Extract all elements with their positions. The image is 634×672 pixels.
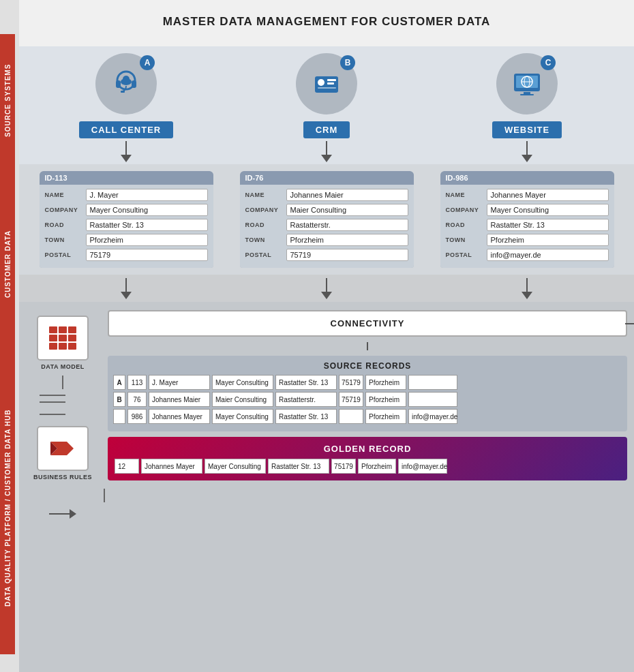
call-center-icon-circle: A bbox=[95, 53, 157, 114]
card-row-road-a: ROAD Rastatter Str. 13 bbox=[45, 219, 208, 231]
gr-id: 12 bbox=[115, 459, 139, 474]
data-model-label: DATA MODEL bbox=[41, 363, 84, 370]
crm-icon bbox=[310, 67, 344, 101]
svg-rect-22 bbox=[59, 335, 67, 341]
svg-rect-1 bbox=[116, 80, 121, 88]
arrow-customer-b-down bbox=[321, 278, 332, 299]
svg-point-4 bbox=[121, 78, 132, 85]
sr-extra-b bbox=[408, 392, 457, 407]
sr-extra-c: info@mayer.de bbox=[408, 409, 457, 424]
connectivity-box: CONNECTIVITY bbox=[108, 310, 627, 337]
sr-name-b: Johannes Maier bbox=[149, 392, 210, 407]
card-row-company-b: COMPANY Maier Consulting bbox=[245, 204, 408, 216]
branch-line-mid bbox=[40, 401, 65, 403]
card-row-town-b: TOWN Pforzheim bbox=[245, 234, 408, 246]
golden-record-row: 12 Johannes Mayer Mayer Consulting Rasta… bbox=[115, 459, 620, 474]
source-badge-b: B bbox=[340, 55, 355, 70]
svg-rect-24 bbox=[49, 343, 57, 350]
source-crm: B CRM bbox=[258, 53, 395, 138]
sr-road-a: Rastatter Str. 13 bbox=[275, 375, 337, 390]
crm-icon-circle: B bbox=[296, 53, 357, 114]
arrow-source-b-down bbox=[321, 141, 332, 162]
conn-to-records-line bbox=[367, 342, 368, 350]
card-row-company-c: COMPANY Mayer Consulting bbox=[446, 204, 609, 216]
card-row-name-a: NAME J. Mayer bbox=[45, 189, 208, 201]
svg-rect-10 bbox=[318, 87, 336, 89]
arrow-source-c-down bbox=[522, 141, 532, 162]
source-record-row-c: 986 Johannes Mayer Mayer Consulting Rast… bbox=[113, 409, 622, 424]
customer-card-a: ID-113 NAME J. Mayer COMPANY Mayer Consu… bbox=[40, 171, 213, 268]
branch-line-top bbox=[40, 395, 65, 396]
card-row-company-a: COMPANY Mayer Consulting bbox=[45, 204, 208, 216]
sr-town-b: Pforzheim bbox=[365, 392, 406, 407]
svg-rect-20 bbox=[68, 326, 76, 333]
gr-extra: info@mayer.de bbox=[398, 459, 447, 474]
arrow-customer-a-down bbox=[121, 278, 132, 299]
sr-name-c: Johannes Mayer bbox=[149, 409, 210, 424]
sr-company-a: Mayer Consulting bbox=[212, 375, 273, 390]
card-row-name-c: NAME Johannes Mayer bbox=[446, 189, 609, 201]
golden-record-title: GOLDEN RECORD bbox=[115, 444, 620, 454]
page-title: MASTER DATA MANAGEMENT FOR CUSTOMER DATA bbox=[26, 8, 627, 41]
arrow-customer-c-down bbox=[522, 278, 532, 299]
side-label-dq: DATA QUALITY PLATFORM / CUSTOMER DATA HU… bbox=[0, 361, 15, 654]
svg-rect-7 bbox=[318, 79, 324, 86]
connectivity-label: CONNECTIVITY bbox=[117, 318, 618, 329]
sr-town-a: Pforzheim bbox=[365, 375, 406, 390]
sr-company-c: Mayer Consulting bbox=[212, 409, 273, 424]
branch-lines bbox=[62, 376, 63, 389]
svg-rect-2 bbox=[132, 80, 136, 88]
source-call-center: A CALL CENTER bbox=[58, 53, 194, 138]
svg-rect-25 bbox=[59, 343, 67, 350]
gr-town: Pforzheim bbox=[358, 459, 396, 474]
sr-town-c: Pforzheim bbox=[365, 409, 406, 424]
card-row-town-c: TOWN Pforzheim bbox=[446, 234, 609, 246]
source-badge-c: C bbox=[541, 55, 556, 70]
business-rules-icon bbox=[48, 435, 78, 462]
gr-name: Johannes Mayer bbox=[141, 459, 202, 474]
card-row-town-a: TOWN Pforzheim bbox=[45, 234, 208, 246]
svg-rect-14 bbox=[520, 94, 534, 95]
sr-id-a: 113 bbox=[127, 375, 147, 390]
svg-rect-8 bbox=[327, 79, 336, 81]
gr-company: Mayer Consulting bbox=[205, 459, 266, 474]
card-row-name-b: NAME Johannes Maier bbox=[245, 189, 408, 201]
arrow-to-golden bbox=[49, 509, 76, 519]
branch-line-bot bbox=[40, 414, 65, 415]
svg-rect-9 bbox=[327, 82, 334, 85]
source-records-title: SOURCE RECORDS bbox=[113, 361, 622, 371]
business-rules-icon-box bbox=[37, 426, 89, 471]
golden-record-box: GOLDEN RECORD 12 Johannes Mayer Mayer Co… bbox=[108, 437, 627, 480]
call-center-label: CALL CENTER bbox=[79, 121, 173, 138]
svg-rect-18 bbox=[49, 326, 57, 333]
sr-company-b: Maier Consulting bbox=[212, 392, 273, 407]
svg-rect-26 bbox=[68, 343, 76, 350]
monitor-icon bbox=[510, 67, 544, 101]
source-badge-a: A bbox=[140, 55, 155, 70]
connectivity-right-arrow bbox=[625, 319, 634, 329]
source-records-box: SOURCE RECORDS A 113 J. Mayer Mayer Cons… bbox=[108, 356, 627, 431]
svg-rect-21 bbox=[49, 335, 57, 341]
card-row-road-b: ROAD Rastatterstr. bbox=[245, 219, 408, 231]
sr-name-a: J. Mayer bbox=[149, 375, 210, 390]
card-row-postal-b: POSTAL 75719 bbox=[245, 249, 408, 261]
website-icon-circle: C bbox=[496, 53, 558, 114]
sr-letter-c bbox=[113, 409, 125, 424]
card-id-b: ID-76 bbox=[240, 171, 414, 185]
source-record-row-a: A 113 J. Mayer Mayer Consulting Rastatte… bbox=[113, 375, 622, 390]
sr-postal-a: 75179 bbox=[339, 375, 363, 390]
customer-card-b: ID-76 NAME Johannes Maier COMPANY Maier … bbox=[240, 171, 414, 268]
sr-letter-b: B bbox=[113, 392, 125, 407]
sr-id-c: 986 bbox=[127, 409, 147, 424]
source-record-row-b: B 76 Johannes Maier Maier Consulting Ras… bbox=[113, 392, 622, 407]
data-model-icon-box bbox=[37, 316, 89, 361]
gr-postal: 75179 bbox=[331, 459, 356, 474]
card-row-road-c: ROAD Rastatter Str. 13 bbox=[446, 219, 609, 231]
svg-rect-5 bbox=[121, 91, 125, 93]
card-row-postal-a: POSTAL 75179 bbox=[45, 249, 208, 261]
crm-label: CRM bbox=[303, 121, 350, 138]
card-id-c: ID-986 bbox=[440, 171, 614, 185]
card-id-a: ID-113 bbox=[40, 171, 213, 185]
sr-road-b: Rastatterstr. bbox=[275, 392, 337, 407]
customer-card-c: ID-986 NAME Johannes Mayer COMPANY Mayer… bbox=[440, 171, 614, 268]
